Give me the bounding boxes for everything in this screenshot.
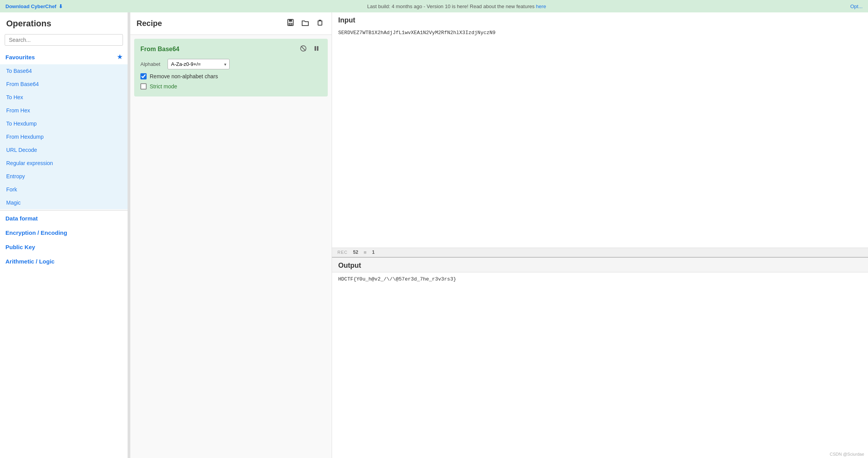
svg-rect-3 <box>318 21 322 25</box>
output-content: HDCTF{Y0u_h@v2_/\/\@57er3d_7he_r3v3rs3} <box>332 272 868 458</box>
download-cyberchef-link[interactable]: Download CyberChef ⬇ <box>5 3 63 9</box>
sidebar-item-entropy[interactable]: Entropy <box>0 170 128 183</box>
input-status-bar: REC 52 ≡ 1 <box>332 248 868 257</box>
lines-icon: ≡ <box>364 250 367 255</box>
sidebar-item-from-base64[interactable]: From Base64 <box>0 77 128 91</box>
operation-card-from-base64: From Base64 <box>134 39 328 96</box>
alphabet-select[interactable]: A-Za-z0-9+/= <box>168 59 230 69</box>
alphabet-field-row: Alphabet A-Za-z0-9+/= ▾ <box>140 59 322 69</box>
sidebar-section-favourites[interactable]: Favourites ★ <box>0 50 128 64</box>
footer-credit: CSDN @Sciurdae <box>830 452 864 456</box>
strict-mode-row: Strict mode <box>140 83 322 90</box>
input-section: Input SERDVEZ7WTB1X2hAdjJfL1wvXEA1N2VyM2… <box>332 12 868 258</box>
op-card-controls <box>298 44 322 54</box>
sidebar-item-from-hex[interactable]: From Hex <box>0 104 128 117</box>
top-bar: Download CyberChef ⬇ Last build: 4 month… <box>0 0 868 12</box>
alphabet-select-wrapper: A-Za-z0-9+/= ▾ <box>168 59 230 69</box>
op-card-header: From Base64 <box>140 44 322 54</box>
recipe-save-button[interactable] <box>285 17 296 30</box>
sidebar: Operations Favourites ★ To Base64 From B… <box>0 12 128 458</box>
alphabet-label: Alphabet <box>140 61 164 67</box>
right-panel: Input SERDVEZ7WTB1X2hAdjJfL1wvXEA1N2VyM2… <box>332 12 868 458</box>
favourites-label: Favourites <box>5 54 35 60</box>
options-link[interactable]: Opt... <box>850 3 863 9</box>
strict-mode-label[interactable]: Strict mode <box>150 83 177 90</box>
input-title: Input <box>332 12 868 27</box>
sidebar-item-from-hexdump[interactable]: From Hexdump <box>0 130 128 143</box>
sidebar-category-arithmetic-logic[interactable]: Arithmetic / Logic <box>0 254 128 269</box>
sidebar-item-magic[interactable]: Magic <box>0 196 128 209</box>
output-section: Output HDCTF{Y0u_h@v2_/\/\@57er3d_7he_r3… <box>332 258 868 458</box>
svg-rect-6 <box>315 46 316 51</box>
input-textarea[interactable]: SERDVEZ7WTB1X2hAdjJfL1wvXEA1N2VyM2RfN2hl… <box>332 27 868 248</box>
sidebar-item-regular-expression[interactable]: Regular expression <box>0 157 128 170</box>
svg-rect-1 <box>289 19 292 22</box>
svg-line-5 <box>301 46 306 51</box>
rec-label: REC <box>337 250 348 255</box>
remove-nonalpha-checkbox[interactable] <box>140 73 147 79</box>
recipe-body: From Base64 <box>130 35 332 458</box>
sidebar-category-public-key[interactable]: Public Key <box>0 240 128 254</box>
strict-mode-checkbox[interactable] <box>140 83 147 90</box>
sidebar-category-data-format[interactable]: Data format <box>0 211 128 226</box>
sidebar-item-fork[interactable]: Fork <box>0 183 128 196</box>
remove-nonalpha-label[interactable]: Remove non-alphabet chars <box>150 73 218 79</box>
favourites-star-icon: ★ <box>117 53 122 60</box>
output-title: Output <box>332 258 868 272</box>
recipe-title: Recipe <box>137 19 162 28</box>
svg-rect-7 <box>317 46 318 51</box>
build-info-text: Last build: 4 months ago - Version 10 is… <box>367 3 536 9</box>
build-info-link[interactable]: here <box>536 3 546 9</box>
lines-value: 1 <box>372 250 375 255</box>
recipe-clear-button[interactable] <box>315 17 325 30</box>
main-layout: Operations Favourites ★ To Base64 From B… <box>0 12 868 458</box>
sidebar-list: Favourites ★ To Base64 From Base64 To He… <box>0 50 128 458</box>
recipe-header: Recipe <box>130 12 332 35</box>
sidebar-title: Operations <box>0 12 128 32</box>
sidebar-item-url-decode[interactable]: URL Decode <box>0 143 128 157</box>
svg-rect-2 <box>289 23 292 25</box>
recipe-actions <box>285 17 325 30</box>
recipe-panel: Recipe <box>130 12 332 458</box>
sidebar-item-to-base64[interactable]: To Base64 <box>0 64 128 77</box>
download-icon: ⬇ <box>59 3 63 9</box>
op-pause-button[interactable] <box>311 44 322 54</box>
search-input[interactable] <box>5 34 123 46</box>
recipe-open-button[interactable] <box>300 17 311 30</box>
sidebar-search-container <box>0 32 128 50</box>
remove-nonalpha-row: Remove non-alphabet chars <box>140 73 322 79</box>
op-disable-button[interactable] <box>298 44 308 54</box>
op-card-title: From Base64 <box>140 46 180 53</box>
download-label: Download CyberChef <box>5 3 56 9</box>
divider-1 <box>0 210 128 210</box>
build-info-bar: Last build: 4 months ago - Version 10 is… <box>63 3 850 9</box>
rec-value: 52 <box>353 250 358 255</box>
sidebar-item-to-hexdump[interactable]: To Hexdump <box>0 117 128 130</box>
sidebar-category-encryption-encoding[interactable]: Encryption / Encoding <box>0 226 128 240</box>
sidebar-item-to-hex[interactable]: To Hex <box>0 91 128 104</box>
